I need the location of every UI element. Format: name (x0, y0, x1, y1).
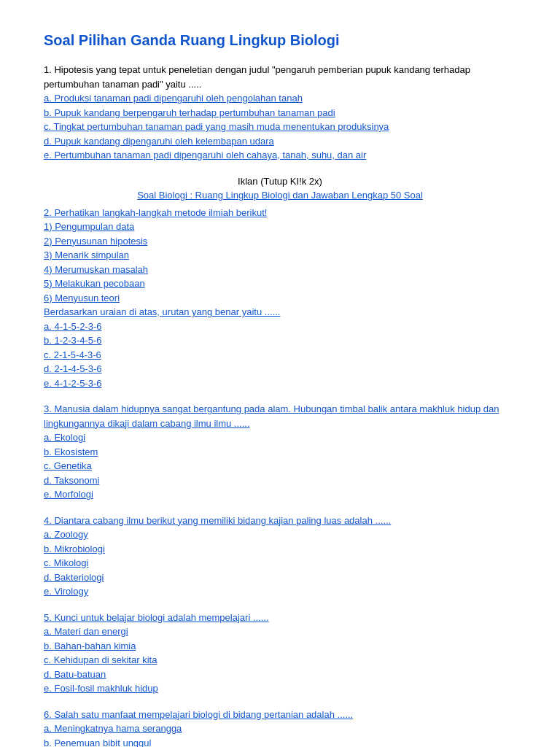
title-section: Soal Pilihan Ganda Ruang Lingkup Biologi (44, 29, 516, 51)
q4-option-e[interactable]: e. Virology (44, 584, 516, 599)
question-6-text[interactable]: 6. Salah satu manfaat mempelajari biolog… (44, 709, 353, 720)
q3-option-c[interactable]: c. Genetika (44, 459, 516, 473)
q5-option-c[interactable]: c. Kehidupan di sekitar kita (44, 653, 516, 667)
page-title: Soal Pilihan Ganda Ruang Lingkup Biologi (44, 29, 516, 51)
question-4-text[interactable]: 4. Diantara cabang ilmu berikut yang mem… (44, 515, 391, 526)
q6-option-b[interactable]: b. Penemuan bibit unggul (44, 736, 516, 748)
question-2-intro[interactable]: 2. Perhatikan langkah-langkah metode ilm… (44, 207, 267, 218)
page-container: Soal Pilihan Ganda Ruang Lingkup Biologi… (44, 29, 516, 747)
q4-option-a[interactable]: a. Zoology (44, 527, 516, 542)
q2-option-b[interactable]: b. 1-2-3-4-5-6 (44, 333, 516, 348)
q2-option-c[interactable]: c. 2-1-5-4-3-6 (44, 348, 516, 363)
q6-option-a[interactable]: a. Meningkatnya hama serangga (44, 721, 516, 736)
q2-step-6[interactable]: 6) Menyusun teori (44, 291, 516, 306)
q4-option-b[interactable]: b. Mikrobiologi (44, 542, 516, 557)
q4-option-d[interactable]: d. Bakteriologi (44, 570, 516, 585)
q2-step-2[interactable]: 2) Penyusunan hipotesis (44, 234, 516, 249)
q1-option-c[interactable]: c. Tingkat pertumbuhan tanaman padi yang… (44, 120, 516, 134)
q3-option-e[interactable]: e. Morfologi (44, 487, 516, 502)
q1-option-d[interactable]: d. Pupuk kandang dipengaruhi oleh kelemb… (44, 134, 516, 149)
question-5-text[interactable]: 5. Kunci untuk belajar biologi adalah me… (44, 612, 269, 623)
question-5-section: 5. Kunci untuk belajar biologi adalah me… (44, 611, 516, 696)
ad-link[interactable]: Soal Biologi : Ruang Lingkup Biologi dan… (137, 190, 423, 201)
q1-option-b[interactable]: b. Pupuk kandang berpengaruh terhadap pe… (44, 106, 516, 120)
q2-option-e[interactable]: e. 4-1-2-5-3-6 (44, 376, 516, 391)
q5-option-d[interactable]: d. Batu-batuan (44, 667, 516, 682)
question-1-section: 1. Hipotesis yang tepat untuk peneletian… (44, 63, 516, 163)
q2-step-4[interactable]: 4) Merumuskan masalah (44, 263, 516, 277)
ad-label: Iklan (Tutup KI!k 2x) (238, 176, 322, 187)
q3-option-a[interactable]: a. Ekologi (44, 430, 516, 445)
question-6-section: 6. Salah satu manfaat mempelajari biolog… (44, 708, 516, 748)
q5-option-b[interactable]: b. Bahan-bahan kimia (44, 639, 516, 654)
q5-option-e[interactable]: e. Fosil-fosil makhluk hidup (44, 681, 516, 696)
q2-step-5[interactable]: 5) Melakukan pecobaan (44, 276, 516, 291)
question-2-section: 2. Perhatikan langkah-langkah metode ilm… (44, 206, 516, 391)
q2-option-a[interactable]: a. 4-1-5-2-3-6 (44, 320, 516, 334)
q1-option-e[interactable]: e. Pertumbuhan tanaman padi dipengaruhi … (44, 148, 516, 163)
q1-option-a[interactable]: a. Produksi tanaman padi dipengaruhi ole… (44, 91, 516, 106)
q2-option-d[interactable]: d. 2-1-4-5-3-6 (44, 362, 516, 376)
q2-step-3[interactable]: 3) Menarik simpulan (44, 248, 516, 263)
ad-section: Iklan (Tutup KI!k 2x) Soal Biologi : Rua… (44, 174, 516, 203)
q4-option-c[interactable]: c. Mikologi (44, 556, 516, 570)
q5-option-a[interactable]: a. Materi dan energi (44, 624, 516, 639)
question-1-text: 1. Hipotesis yang tepat untuk peneletian… (44, 64, 470, 90)
q3-option-d[interactable]: d. Taksonomi (44, 473, 516, 488)
q2-question-suffix: Berdasarkan uraian di atas, urutan yang … (44, 305, 516, 320)
q3-option-b[interactable]: b. Ekosistem (44, 445, 516, 460)
question-3-text[interactable]: 3. Manusia dalam hidupnya sangat bergant… (44, 403, 499, 429)
question-4-section: 4. Diantara cabang ilmu berikut yang mem… (44, 514, 516, 599)
question-3-section: 3. Manusia dalam hidupnya sangat bergant… (44, 402, 516, 502)
q2-step-1[interactable]: 1) Pengumpulan data (44, 220, 516, 234)
